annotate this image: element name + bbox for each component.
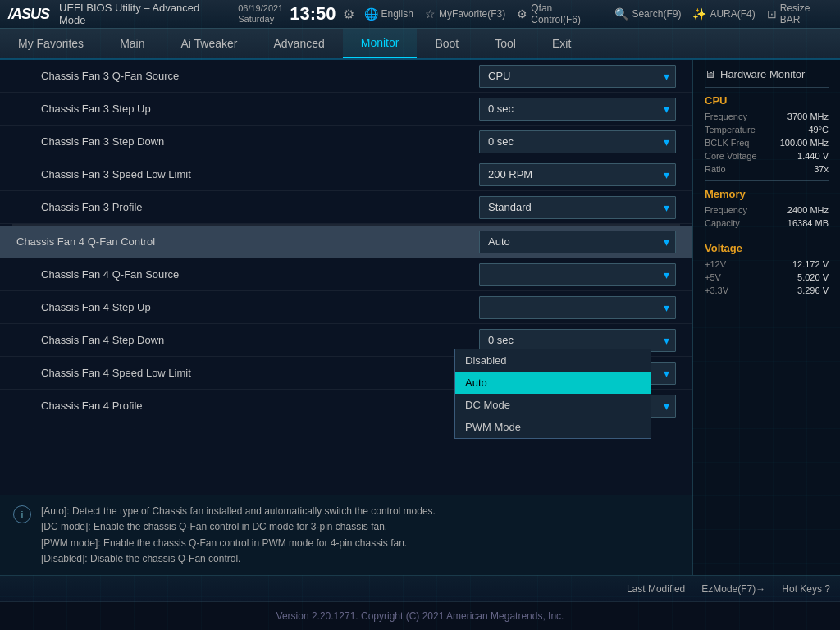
- version-text: Version 2.20.1271. Copyright (C) 2021 Am…: [276, 610, 564, 622]
- content-area: Chassis Fan 3 Q-Fan Source CPU Chassis F…: [0, 60, 692, 575]
- hw-5v-row: +5V 5.020 V: [705, 272, 829, 282]
- setting-chassis-fan3-speed-low: Chassis Fan 3 Speed Low Limit 200 RPM: [0, 158, 692, 191]
- chassis-fan3-stepup-wrapper: 0 sec: [479, 98, 676, 121]
- nav-advanced[interactable]: Advanced: [255, 29, 342, 58]
- hw-voltage-title: Voltage: [705, 242, 829, 254]
- chassis-fan4-source-select[interactable]: [479, 263, 676, 286]
- setting-label: Chassis Fan 4 Q-Fan Source: [41, 268, 479, 281]
- chassis-fan3-stepdown-select[interactable]: 0 sec: [479, 130, 676, 153]
- setting-label: Chassis Fan 4 Step Down: [41, 334, 479, 346]
- chassis-fan3-stepdown-wrapper: 0 sec: [479, 130, 676, 153]
- ez-mode-label: EzMode(F7)→: [701, 583, 765, 595]
- last-modified-btn[interactable]: Last Modified: [627, 583, 685, 595]
- info-line-1: [Auto]: Detect the type of Chassis fan i…: [41, 504, 436, 519]
- option-disabled[interactable]: Disabled: [455, 349, 651, 372]
- resizebar-label: Resize BAR: [780, 2, 832, 25]
- monitor-icon: 🖥: [705, 68, 715, 80]
- chassis-fan3-profile-wrapper: Standard: [479, 196, 676, 219]
- hot-keys-btn[interactable]: Hot Keys ?: [782, 583, 830, 595]
- search-label: Search(F9): [632, 8, 681, 20]
- hw-33v-value: 3.296 V: [797, 285, 829, 295]
- nav-monitor[interactable]: Monitor: [343, 29, 418, 58]
- time-display: 13:50: [290, 3, 336, 25]
- nav-my-favorites[interactable]: My Favorites: [0, 29, 102, 58]
- asus-logo: /ASUS: [8, 6, 49, 23]
- nav-main[interactable]: Main: [102, 29, 162, 58]
- chassis-fan4-control-wrapper: Auto: [479, 231, 676, 253]
- chassis-fan4-control-dropdown-open: Disabled Auto DC Mode PWM Mode: [454, 349, 651, 439]
- info-line-2: [DC mode]: Enable the chassis Q-Fan cont…: [41, 519, 436, 535]
- hw-ratio-label: Ratio: [705, 164, 726, 174]
- hw-cpu-freq-label: Frequency: [705, 112, 747, 121]
- hw-monitor-title: 🖥 Hardware Monitor: [705, 68, 829, 88]
- hw-bclk-label: BCLK Freq: [705, 138, 749, 148]
- chassis-fan4-stepup-select[interactable]: [479, 296, 676, 319]
- hw-memory-title: Memory: [705, 188, 829, 200]
- myfavorite-tool[interactable]: ☆ MyFavorite(F3): [425, 7, 505, 21]
- datetime-section: 06/19/2021 Saturday 13:50 ⚙: [238, 3, 354, 25]
- chassis-fan4-control-select[interactable]: Auto: [479, 231, 676, 253]
- option-pwm-mode[interactable]: PWM Mode: [455, 416, 651, 438]
- hw-cpu-temp-row: Temperature 49°C: [705, 125, 829, 135]
- header: /ASUS UEFI BIOS Utility – Advanced Mode …: [0, 0, 840, 29]
- language-tool[interactable]: 🌐 English: [364, 7, 413, 21]
- setting-label: Chassis Fan 4 Q-Fan Control: [16, 235, 479, 248]
- info-box: i [Auto]: Detect the type of Chassis fan…: [0, 495, 692, 575]
- resize-icon: ⊡: [767, 7, 777, 21]
- setting-label: Chassis Fan 3 Q-Fan Source: [41, 70, 479, 82]
- nav-ai-tweaker[interactable]: Ai Tweaker: [162, 29, 255, 58]
- info-line-4: [Disabled]: Disable the chassis Q-Fan co…: [41, 551, 436, 567]
- qfan-tool[interactable]: ⚙ Qfan Control(F6): [517, 2, 603, 25]
- setting-chassis-fan3-stepdown: Chassis Fan 3 Step Down 0 sec: [0, 126, 692, 158]
- chassis-fan4-source-wrapper: [479, 263, 676, 286]
- hw-cpu-freq-row: Frequency 3700 MHz: [705, 112, 829, 121]
- nav-bar: My Favorites Main Ai Tweaker Advanced Mo…: [0, 29, 840, 60]
- date-display: 06/19/2021 Saturday: [238, 3, 283, 25]
- star-icon: ☆: [425, 7, 436, 21]
- chassis-fan3-speed-select[interactable]: 200 RPM: [479, 163, 676, 186]
- hw-mem-cap-value: 16384 MB: [788, 218, 829, 228]
- aura-tool[interactable]: ✨ AURA(F4): [692, 7, 755, 21]
- hot-keys-label: Hot Keys ?: [782, 583, 830, 595]
- setting-label: Chassis Fan 4 Step Up: [41, 301, 479, 313]
- hw-bclk-value: 100.00 MHz: [780, 138, 829, 148]
- nav-boot[interactable]: Boot: [417, 29, 477, 58]
- hw-12v-row: +12V 12.172 V: [705, 259, 829, 269]
- hw-ratio-value: 37x: [814, 164, 829, 174]
- setting-label: Chassis Fan 3 Speed Low Limit: [41, 168, 479, 180]
- header-tools: 🌐 English ☆ MyFavorite(F3) ⚙ Qfan Contro…: [364, 2, 832, 25]
- setting-label: Chassis Fan 4 Profile: [41, 399, 479, 412]
- hw-cpu-title: CPU: [705, 94, 829, 107]
- setting-label: Chassis Fan 3 Profile: [41, 201, 479, 213]
- hw-33v-label: +3.3V: [705, 285, 728, 295]
- search-tool[interactable]: 🔍 Search(F9): [614, 7, 681, 21]
- chassis-fan3-source-select[interactable]: CPU: [479, 65, 676, 88]
- hw-mem-freq-value: 2400 MHz: [788, 205, 829, 215]
- setting-chassis-fan3-source: Chassis Fan 3 Q-Fan Source CPU: [0, 60, 692, 93]
- last-modified-label: Last Modified: [627, 583, 685, 595]
- setting-chassis-fan4-control: Chassis Fan 4 Q-Fan Control Auto: [0, 226, 692, 258]
- chassis-fan3-stepup-select[interactable]: 0 sec: [479, 98, 676, 121]
- setting-chassis-fan3-profile: Chassis Fan 3 Profile Standard: [0, 191, 692, 224]
- chassis-fan3-speed-wrapper: 200 RPM: [479, 163, 676, 186]
- nav-exit[interactable]: Exit: [534, 29, 589, 58]
- setting-chassis-fan4-stepup: Chassis Fan 4 Step Up: [0, 291, 692, 324]
- hw-cpu-freq-value: 3700 MHz: [788, 112, 829, 121]
- hw-divider-1: [705, 180, 829, 181]
- settings-icon[interactable]: ⚙: [343, 7, 354, 22]
- bottom-bar: Last Modified EzMode(F7)→ Hot Keys ?: [0, 575, 840, 601]
- chassis-fan3-profile-select[interactable]: Standard: [479, 196, 676, 219]
- setting-chassis-fan3-stepup: Chassis Fan 3 Step Up 0 sec: [0, 93, 692, 126]
- chassis-fan4-stepup-wrapper: [479, 296, 676, 319]
- resizebar-tool[interactable]: ⊡ Resize BAR: [767, 2, 832, 25]
- option-auto[interactable]: Auto: [455, 372, 651, 394]
- ez-mode-btn[interactable]: EzMode(F7)→: [701, 583, 765, 595]
- hw-cpu-temp-label: Temperature: [705, 125, 756, 135]
- fan-icon: ⚙: [517, 7, 527, 21]
- option-dc-mode[interactable]: DC Mode: [455, 394, 651, 416]
- hw-cpu-temp-value: 49°C: [808, 125, 829, 135]
- hw-mem-cap-label: Capacity: [705, 218, 740, 228]
- hw-5v-value: 5.020 V: [797, 272, 829, 282]
- hw-33v-row: +3.3V 3.296 V: [705, 285, 829, 295]
- nav-tool[interactable]: Tool: [477, 29, 534, 58]
